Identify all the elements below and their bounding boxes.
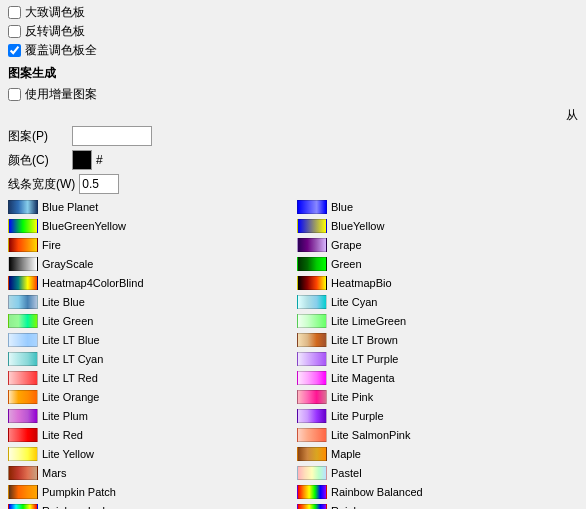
color-name: Rainbow bbox=[331, 505, 374, 509]
color-item[interactable]: Pumpkin Patch bbox=[8, 483, 289, 501]
color-swatch bbox=[8, 504, 38, 509]
top-checkboxes: 大致调色板 反转调色板 覆盖调色板全 bbox=[8, 4, 578, 59]
color-name: Mars bbox=[42, 467, 66, 479]
color-item[interactable]: Lite Orange bbox=[8, 388, 289, 406]
color-name: Lite Yellow bbox=[42, 448, 94, 460]
color-name: Lite Magenta bbox=[331, 372, 395, 384]
color-item[interactable]: Grape bbox=[297, 236, 578, 254]
color-name: Lite Red bbox=[42, 429, 83, 441]
color-name: HeatmapBio bbox=[331, 277, 392, 289]
color-item[interactable]: Lite LimeGreen bbox=[297, 312, 578, 330]
cb1-label: 大致调色板 bbox=[25, 4, 85, 21]
color-swatch bbox=[297, 276, 327, 290]
color-swatch bbox=[297, 257, 327, 271]
pattern-checkbox[interactable] bbox=[8, 88, 21, 101]
color-swatch bbox=[297, 314, 327, 328]
color-item[interactable]: HeatmapBio bbox=[297, 274, 578, 292]
color-item[interactable]: Lite Purple bbox=[297, 407, 578, 425]
color-swatch bbox=[297, 200, 327, 214]
color-item[interactable]: Lite LT Blue bbox=[8, 331, 289, 349]
color-name: Grape bbox=[331, 239, 362, 251]
color-swatch bbox=[8, 485, 38, 499]
color-name: Lite LT Cyan bbox=[42, 353, 103, 365]
color-swatch-input[interactable] bbox=[72, 150, 92, 170]
color-swatch bbox=[8, 333, 38, 347]
linewidth-form-row: 线条宽度(W) bbox=[8, 174, 578, 194]
color-swatch bbox=[8, 238, 38, 252]
color-item[interactable]: Pastel bbox=[297, 464, 578, 482]
color-item[interactable]: Rainbow Isolum bbox=[8, 502, 289, 509]
pattern-form-row: 图案(P) bbox=[8, 126, 578, 146]
color-name: Lite Green bbox=[42, 315, 93, 327]
color-swatch bbox=[8, 466, 38, 480]
color-item[interactable]: Lite Yellow bbox=[8, 445, 289, 463]
color-item[interactable]: Lite Green bbox=[8, 312, 289, 330]
pattern-label: 图案(P) bbox=[8, 128, 68, 145]
color-name: Blue Planet bbox=[42, 201, 98, 213]
color-name: Lite LT Blue bbox=[42, 334, 100, 346]
color-swatch bbox=[8, 428, 38, 442]
color-swatch bbox=[8, 257, 38, 271]
color-swatch bbox=[8, 314, 38, 328]
color-name: Lite LT Brown bbox=[331, 334, 398, 346]
hash-text: # bbox=[96, 153, 103, 167]
color-swatch bbox=[297, 371, 327, 385]
color-item[interactable]: Maple bbox=[297, 445, 578, 463]
cb2-checkbox[interactable] bbox=[8, 25, 21, 38]
color-label: 颜色(C) bbox=[8, 152, 68, 169]
color-item[interactable]: Lite Plum bbox=[8, 407, 289, 425]
pattern-input[interactable] bbox=[72, 126, 152, 146]
color-swatch bbox=[297, 504, 327, 509]
color-swatch bbox=[297, 409, 327, 423]
color-item[interactable]: Heatmap4ColorBlind bbox=[8, 274, 289, 292]
color-swatch bbox=[297, 466, 327, 480]
color-item[interactable]: Blue Planet bbox=[8, 198, 289, 216]
color-name: Fire bbox=[42, 239, 61, 251]
color-name: Lite Plum bbox=[42, 410, 88, 422]
color-name: BlueGreenYellow bbox=[42, 220, 126, 232]
color-item[interactable]: Mars bbox=[8, 464, 289, 482]
color-item[interactable]: Rainbow bbox=[297, 502, 578, 509]
pattern-checkbox-row: 使用增量图案 bbox=[8, 86, 578, 103]
color-swatch bbox=[297, 219, 327, 233]
color-name: Lite LT Red bbox=[42, 372, 98, 384]
cb1-checkbox[interactable] bbox=[8, 6, 21, 19]
color-item[interactable]: Lite Red bbox=[8, 426, 289, 444]
color-swatch bbox=[8, 352, 38, 366]
color-grid: Blue PlanetBlueBlueGreenYellowBlueYellow… bbox=[8, 198, 578, 509]
color-item[interactable]: BlueYellow bbox=[297, 217, 578, 235]
color-swatch bbox=[297, 485, 327, 499]
color-item[interactable]: Lite Pink bbox=[297, 388, 578, 406]
color-item[interactable]: Lite LT Brown bbox=[297, 331, 578, 349]
checkbox-row-1: 大致调色板 bbox=[8, 4, 578, 21]
color-item[interactable]: Lite Blue bbox=[8, 293, 289, 311]
color-name: Rainbow Isolum bbox=[42, 505, 120, 509]
color-item[interactable]: BlueGreenYellow bbox=[8, 217, 289, 235]
color-name: Pastel bbox=[331, 467, 362, 479]
color-item[interactable]: Lite Cyan bbox=[297, 293, 578, 311]
cb3-checkbox[interactable] bbox=[8, 44, 21, 57]
color-form-row: 颜色(C) # bbox=[8, 150, 578, 170]
color-name: Lite Orange bbox=[42, 391, 99, 403]
color-swatch bbox=[297, 390, 327, 404]
color-item[interactable]: Lite LT Cyan bbox=[8, 350, 289, 368]
color-item[interactable]: GrayScale bbox=[8, 255, 289, 273]
color-item[interactable]: Blue bbox=[297, 198, 578, 216]
color-item[interactable]: Lite SalmonPink bbox=[297, 426, 578, 444]
color-item[interactable]: Rainbow Balanced bbox=[297, 483, 578, 501]
color-item[interactable]: Lite LT Red bbox=[8, 369, 289, 387]
color-item[interactable]: Green bbox=[297, 255, 578, 273]
color-name: Lite Purple bbox=[331, 410, 384, 422]
color-swatch bbox=[8, 295, 38, 309]
checkbox-row-2: 反转调色板 bbox=[8, 23, 578, 40]
color-swatch bbox=[297, 447, 327, 461]
color-item[interactable]: Lite Magenta bbox=[297, 369, 578, 387]
main-container: 大致调色板 反转调色板 覆盖调色板全 图案生成 使用增量图案 从 图案(P) 颜… bbox=[0, 0, 586, 509]
from-row: 从 bbox=[8, 107, 578, 124]
color-name: Lite Cyan bbox=[331, 296, 377, 308]
color-name: Lite LT Purple bbox=[331, 353, 398, 365]
color-item[interactable]: Fire bbox=[8, 236, 289, 254]
color-item[interactable]: Lite LT Purple bbox=[297, 350, 578, 368]
color-swatch bbox=[297, 428, 327, 442]
linewidth-input[interactable] bbox=[79, 174, 119, 194]
